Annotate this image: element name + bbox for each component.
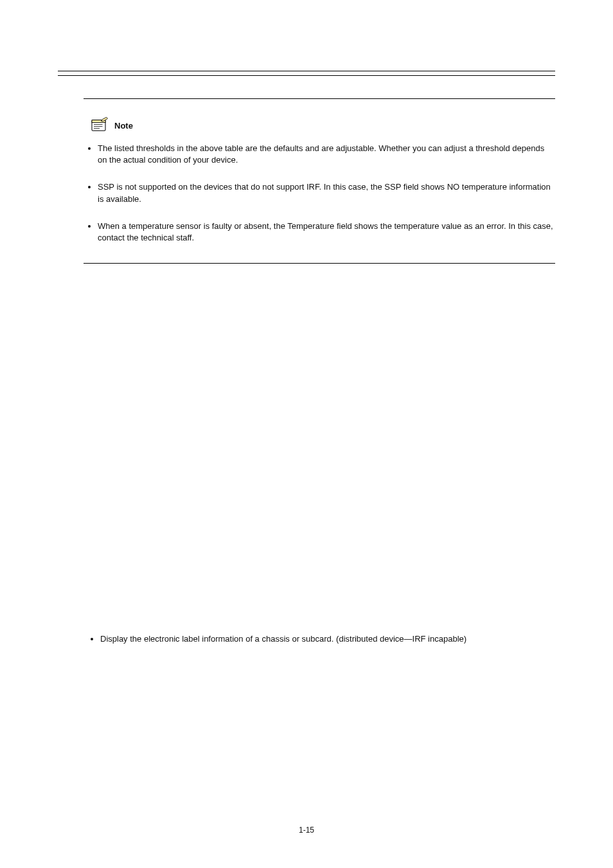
note-bottom-rule <box>84 263 555 264</box>
body-bullet-list: Display the electronic label information… <box>100 633 555 645</box>
list-item: SSP is not supported on the devices that… <box>98 181 555 204</box>
note-block: Note The listed thresholds in the above … <box>84 98 555 264</box>
note-top-rule <box>84 98 555 99</box>
note-header: Note <box>90 117 555 134</box>
list-item: Display the electronic label information… <box>100 633 555 645</box>
note-bullet-list: The listed thresholds in the above table… <box>98 143 555 244</box>
top-horizontal-rule <box>58 71 555 71</box>
page-number: 1-15 <box>0 826 613 835</box>
note-icon <box>90 117 109 134</box>
second-horizontal-rule <box>58 75 555 76</box>
list-item: The listed thresholds in the above table… <box>98 143 555 166</box>
list-item: When a temperature sensor is faulty or a… <box>98 221 555 244</box>
page: Note The listed thresholds in the above … <box>0 0 613 868</box>
note-label: Note <box>114 121 133 131</box>
